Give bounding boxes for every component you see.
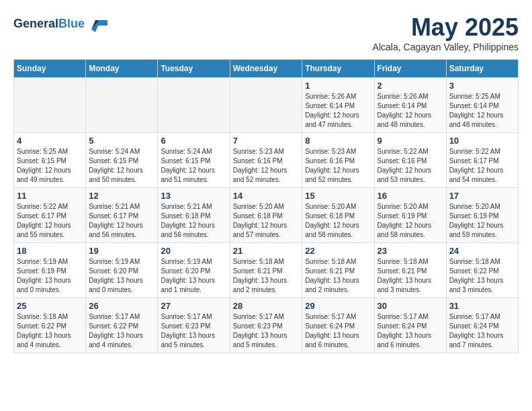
day-number: 15	[305, 191, 371, 201]
day-number: 4	[17, 136, 83, 146]
weekday-header-row: SundayMondayTuesdayWednesdayThursdayFrid…	[14, 60, 519, 78]
day-info: Sunrise: 5:24 AM Sunset: 6:15 PM Dayligh…	[89, 147, 154, 185]
day-info: Sunrise: 5:20 AM Sunset: 6:19 PM Dayligh…	[378, 202, 443, 240]
day-number: 3	[449, 81, 515, 91]
day-info: Sunrise: 5:18 AM Sunset: 6:21 PM Dayligh…	[233, 257, 300, 295]
day-cell: 19Sunrise: 5:19 AM Sunset: 6:20 PM Dayli…	[86, 243, 158, 298]
day-info: Sunrise: 5:17 AM Sunset: 6:24 PM Dayligh…	[449, 312, 515, 350]
weekday-saturday: Saturday	[446, 60, 518, 78]
weekday-sunday: Sunday	[14, 60, 86, 78]
day-info: Sunrise: 5:23 AM Sunset: 6:16 PM Dayligh…	[305, 147, 371, 185]
day-info: Sunrise: 5:24 AM Sunset: 6:15 PM Dayligh…	[161, 147, 226, 185]
day-number: 22	[305, 246, 371, 256]
day-cell: 25Sunrise: 5:18 AM Sunset: 6:22 PM Dayli…	[14, 298, 86, 353]
day-number: 30	[378, 301, 443, 311]
day-number: 29	[305, 301, 371, 311]
day-info: Sunrise: 5:17 AM Sunset: 6:23 PM Dayligh…	[161, 312, 226, 350]
day-number: 2	[378, 81, 443, 91]
weekday-thursday: Thursday	[302, 60, 374, 78]
day-info: Sunrise: 5:18 AM Sunset: 6:22 PM Dayligh…	[449, 257, 515, 295]
week-row-3: 11Sunrise: 5:22 AM Sunset: 6:17 PM Dayli…	[14, 188, 519, 243]
day-cell: 8Sunrise: 5:23 AM Sunset: 6:16 PM Daylig…	[302, 133, 374, 188]
day-cell: 6Sunrise: 5:24 AM Sunset: 6:15 PM Daylig…	[158, 133, 230, 188]
day-number: 12	[89, 191, 154, 201]
week-row-5: 25Sunrise: 5:18 AM Sunset: 6:22 PM Dayli…	[14, 298, 519, 353]
day-info: Sunrise: 5:19 AM Sunset: 6:19 PM Dayligh…	[17, 257, 83, 295]
day-number: 13	[161, 191, 226, 201]
day-cell: 3Sunrise: 5:25 AM Sunset: 6:14 PM Daylig…	[446, 78, 518, 133]
title-area: May 2025 Alcala, Cagayan Valley, Philipp…	[373, 13, 519, 52]
day-cell: 4Sunrise: 5:25 AM Sunset: 6:15 PM Daylig…	[14, 133, 86, 188]
day-number: 8	[305, 136, 371, 146]
weekday-wednesday: Wednesday	[230, 60, 302, 78]
day-info: Sunrise: 5:17 AM Sunset: 6:22 PM Dayligh…	[89, 312, 154, 350]
day-cell: 12Sunrise: 5:21 AM Sunset: 6:17 PM Dayli…	[86, 188, 158, 243]
day-info: Sunrise: 5:21 AM Sunset: 6:18 PM Dayligh…	[161, 202, 226, 240]
day-info: Sunrise: 5:20 AM Sunset: 6:18 PM Dayligh…	[305, 202, 371, 240]
day-number: 9	[378, 136, 443, 146]
calendar-body: 1Sunrise: 5:26 AM Sunset: 6:14 PM Daylig…	[14, 78, 519, 353]
day-cell	[14, 78, 86, 133]
day-cell: 13Sunrise: 5:21 AM Sunset: 6:18 PM Dayli…	[158, 188, 230, 243]
day-cell	[86, 78, 158, 133]
day-number: 21	[233, 246, 300, 256]
day-number: 26	[89, 301, 154, 311]
day-number: 1	[305, 81, 371, 91]
day-number: 5	[89, 136, 154, 146]
logo-icon	[86, 13, 107, 35]
day-cell: 9Sunrise: 5:22 AM Sunset: 6:16 PM Daylig…	[374, 133, 446, 188]
weekday-tuesday: Tuesday	[158, 60, 230, 78]
day-cell: 7Sunrise: 5:23 AM Sunset: 6:16 PM Daylig…	[230, 133, 302, 188]
day-info: Sunrise: 5:22 AM Sunset: 6:17 PM Dayligh…	[17, 202, 83, 240]
day-number: 19	[89, 246, 154, 256]
day-number: 27	[161, 301, 226, 311]
day-number: 6	[161, 136, 226, 146]
day-number: 14	[233, 191, 300, 201]
day-number: 7	[233, 136, 300, 146]
day-cell: 21Sunrise: 5:18 AM Sunset: 6:21 PM Dayli…	[230, 243, 302, 298]
day-cell: 5Sunrise: 5:24 AM Sunset: 6:15 PM Daylig…	[86, 133, 158, 188]
day-info: Sunrise: 5:18 AM Sunset: 6:21 PM Dayligh…	[305, 257, 371, 295]
day-cell: 28Sunrise: 5:17 AM Sunset: 6:23 PM Dayli…	[230, 298, 302, 353]
calendar-table: SundayMondayTuesdayWednesdayThursdayFrid…	[13, 59, 519, 353]
week-row-1: 1Sunrise: 5:26 AM Sunset: 6:14 PM Daylig…	[14, 78, 519, 133]
day-info: Sunrise: 5:26 AM Sunset: 6:14 PM Dayligh…	[378, 92, 443, 130]
day-number: 23	[378, 246, 443, 256]
day-info: Sunrise: 5:18 AM Sunset: 6:22 PM Dayligh…	[17, 312, 83, 350]
week-row-4: 18Sunrise: 5:19 AM Sunset: 6:19 PM Dayli…	[14, 243, 519, 298]
day-info: Sunrise: 5:20 AM Sunset: 6:19 PM Dayligh…	[449, 202, 515, 240]
day-info: Sunrise: 5:22 AM Sunset: 6:16 PM Dayligh…	[378, 147, 443, 185]
day-cell: 26Sunrise: 5:17 AM Sunset: 6:22 PM Dayli…	[86, 298, 158, 353]
day-info: Sunrise: 5:23 AM Sunset: 6:16 PM Dayligh…	[233, 147, 300, 185]
day-number: 10	[449, 136, 515, 146]
day-number: 11	[17, 191, 83, 201]
day-cell: 22Sunrise: 5:18 AM Sunset: 6:21 PM Dayli…	[302, 243, 374, 298]
day-info: Sunrise: 5:19 AM Sunset: 6:20 PM Dayligh…	[89, 257, 154, 295]
day-cell: 10Sunrise: 5:22 AM Sunset: 6:17 PM Dayli…	[446, 133, 518, 188]
day-number: 16	[378, 191, 443, 201]
day-number: 20	[161, 246, 226, 256]
day-info: Sunrise: 5:25 AM Sunset: 6:15 PM Dayligh…	[17, 147, 83, 185]
day-info: Sunrise: 5:18 AM Sunset: 6:21 PM Dayligh…	[378, 257, 443, 295]
day-cell	[158, 78, 230, 133]
day-cell	[230, 78, 302, 133]
day-info: Sunrise: 5:19 AM Sunset: 6:20 PM Dayligh…	[161, 257, 226, 295]
month-title: May 2025	[373, 13, 519, 42]
day-number: 25	[17, 301, 83, 311]
weekday-monday: Monday	[86, 60, 158, 78]
day-cell: 24Sunrise: 5:18 AM Sunset: 6:22 PM Dayli…	[446, 243, 518, 298]
weekday-friday: Friday	[374, 60, 446, 78]
logo: GeneralBlue	[13, 13, 107, 35]
week-row-2: 4Sunrise: 5:25 AM Sunset: 6:15 PM Daylig…	[14, 133, 519, 188]
day-number: 28	[233, 301, 300, 311]
day-cell: 15Sunrise: 5:20 AM Sunset: 6:18 PM Dayli…	[302, 188, 374, 243]
day-cell: 11Sunrise: 5:22 AM Sunset: 6:17 PM Dayli…	[14, 188, 86, 243]
day-number: 18	[17, 246, 83, 256]
day-info: Sunrise: 5:21 AM Sunset: 6:17 PM Dayligh…	[89, 202, 154, 240]
day-cell: 1Sunrise: 5:26 AM Sunset: 6:14 PM Daylig…	[302, 78, 374, 133]
day-cell: 29Sunrise: 5:17 AM Sunset: 6:24 PM Dayli…	[302, 298, 374, 353]
day-cell: 23Sunrise: 5:18 AM Sunset: 6:21 PM Dayli…	[374, 243, 446, 298]
day-cell: 2Sunrise: 5:26 AM Sunset: 6:14 PM Daylig…	[374, 78, 446, 133]
day-number: 31	[449, 301, 515, 311]
location-subtitle: Alcala, Cagayan Valley, Philippines	[373, 42, 519, 52]
